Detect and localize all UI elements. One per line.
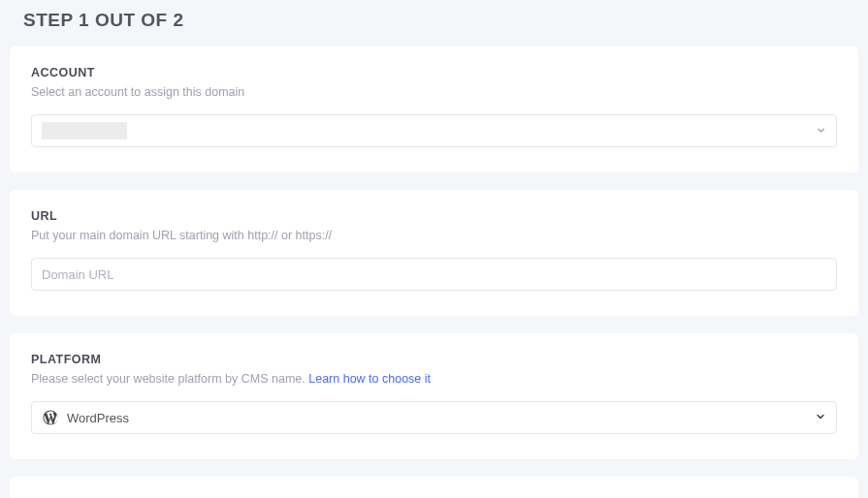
wordpress-icon: [42, 409, 59, 426]
platform-desc: Please select your website platform by C…: [31, 372, 837, 386]
platform-heading: PLATFORM: [31, 353, 837, 366]
url-desc: Put your main domain URL starting with h…: [31, 229, 837, 242]
platform-select[interactable]: WordPress: [31, 401, 837, 434]
url-heading: URL: [31, 209, 837, 223]
url-input[interactable]: [42, 259, 826, 290]
url-input-wrapper: [31, 258, 837, 291]
account-selected-redacted: [42, 122, 127, 140]
account-select[interactable]: [31, 114, 837, 147]
platform-learn-link[interactable]: Learn how to choose it: [308, 372, 431, 386]
language-card: LANGUAGE Select the base language of you…: [10, 477, 858, 498]
chevron-down-icon: [815, 411, 826, 425]
chevron-down-icon: [816, 124, 826, 139]
account-heading: ACCOUNT: [31, 66, 837, 79]
account-card: ACCOUNT Select an account to assign this…: [10, 47, 858, 172]
platform-card: PLATFORM Please select your website plat…: [10, 333, 858, 459]
url-card: URL Put your main domain URL starting wi…: [10, 190, 858, 316]
page-title: STEP 1 OUT OF 2: [23, 10, 858, 31]
account-desc: Select an account to assign this domain: [31, 85, 837, 99]
platform-selected-label: WordPress: [67, 411, 129, 425]
platform-desc-text: Please select your website platform by C…: [31, 372, 308, 386]
